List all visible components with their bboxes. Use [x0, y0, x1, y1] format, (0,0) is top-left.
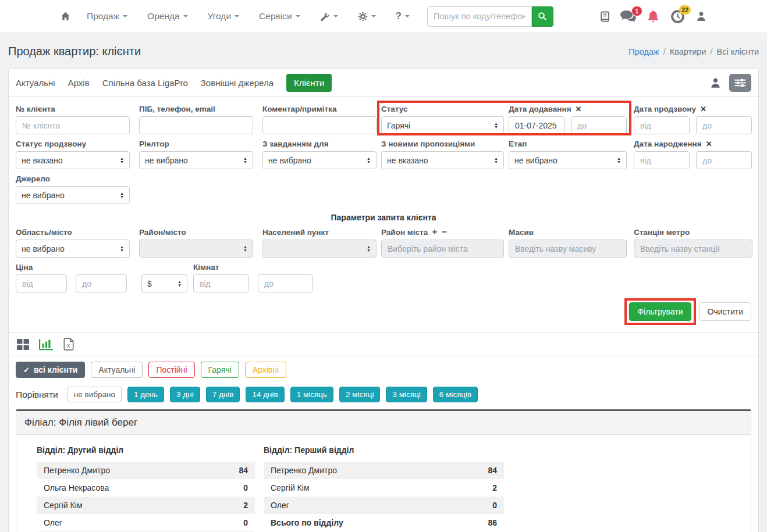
navbar-right-icons: 1 22: [601, 9, 706, 24]
chip-permanent[interactable]: Постійні: [148, 362, 194, 378]
chip-archived[interactable]: Архівні: [245, 362, 286, 378]
field-with-new-offers: З новими пропозиціями не вказано▲▼: [381, 139, 504, 169]
menu-orenda[interactable]: Оренда: [147, 11, 188, 22]
birth-date-to-input[interactable]: [696, 151, 752, 169]
contact-input[interactable]: [139, 116, 253, 134]
home-icon[interactable]: [61, 12, 70, 21]
user-profile-icon[interactable]: [696, 11, 706, 22]
birth-date-from-input[interactable]: [634, 151, 690, 169]
compare-2-months-button[interactable]: 2 місяці: [339, 387, 380, 402]
price-from-input[interactable]: [16, 274, 67, 292]
rooms-from-input[interactable]: [193, 274, 249, 292]
select-caret-icon: ▲▼: [120, 157, 124, 163]
table-row: Олег0: [264, 497, 504, 514]
price-to-input[interactable]: [76, 274, 127, 292]
compare-1-day-button[interactable]: 1 день: [127, 387, 164, 402]
tasks-badge: 22: [679, 5, 691, 15]
select-caret-icon: ▲▼: [120, 245, 124, 252]
client-no-label: № клієнта: [16, 104, 130, 113]
compare-6-months-button[interactable]: 6 місяців: [433, 387, 478, 402]
menu-servisy[interactable]: Сервіси: [259, 11, 300, 22]
rooms-to-input[interactable]: [258, 274, 313, 292]
chart-view-icon[interactable]: [39, 338, 54, 351]
clear-birth-date-icon[interactable]: ✕: [706, 140, 712, 148]
menu-tools[interactable]: [320, 12, 338, 22]
department-total-label: Всього по відділу: [271, 518, 343, 527]
compare-7-days-button[interactable]: 7 днів: [206, 387, 240, 402]
date-added-from-input[interactable]: [509, 116, 564, 134]
chip-actual[interactable]: Актуальні: [91, 362, 143, 378]
field-metro: Станція метро: [634, 227, 752, 258]
chevron-down-icon: [235, 15, 239, 20]
source-select-value: не вибрано: [22, 191, 65, 200]
compare-row: Порівняти не вибрано 1 день 3 дні 7 днів…: [9, 383, 758, 409]
agent-count: 0: [492, 501, 497, 510]
filter-form: № клієнта ПІБ, телефон, email Коментар/п…: [9, 97, 758, 332]
call-status-select[interactable]: не вказано▲▼: [16, 151, 130, 169]
tab-kliienty-active[interactable]: Клієнти: [286, 74, 332, 92]
person-icon[interactable]: [710, 77, 721, 88]
region-select[interactable]: не вибрано▲▼: [16, 240, 130, 258]
breadcrumb-separator: /: [710, 47, 712, 56]
tab-aktualni[interactable]: Актуальні: [16, 78, 55, 88]
compare-1-month-button[interactable]: 1 місяць: [290, 387, 333, 402]
menu-settings[interactable]: [358, 12, 376, 22]
clear-date-added-icon[interactable]: ✕: [576, 105, 582, 113]
table-row: Сергій Кім2: [37, 497, 255, 514]
status-select[interactable]: Гарячі▲▼: [381, 116, 504, 134]
comment-input[interactable]: [262, 116, 377, 134]
grid-view-icon[interactable]: [17, 339, 29, 350]
compare-14-days-button[interactable]: 14 днів: [246, 387, 284, 402]
source-select[interactable]: не вибрано▲▼: [16, 186, 130, 204]
compare-3-months-button[interactable]: 3 місяці: [386, 387, 427, 402]
remove-district-icon[interactable]: −: [442, 227, 447, 237]
chip-hot[interactable]: Гарячі: [201, 362, 239, 378]
select-caret-icon: ▲▼: [243, 245, 247, 252]
notifications-bell-icon[interactable]: [647, 10, 659, 23]
menu-ugody[interactable]: Угоди: [208, 11, 239, 22]
realtor-select[interactable]: не вибрано▲▼: [139, 151, 253, 169]
branch-title: Філіал: Філія лівий берег: [16, 411, 751, 435]
breadcrumb: Продаж/Квартири/Всі клієнти: [628, 47, 759, 56]
branch-stats-card: Філіал: Філія лівий берег Відділ: Другий…: [16, 409, 751, 532]
date-added-to-input[interactable]: [571, 116, 627, 134]
date-call-to-input[interactable]: [696, 116, 752, 134]
agent-count: 84: [239, 466, 248, 475]
tab-spilna-baza[interactable]: Спільна база LigaPro: [102, 78, 188, 88]
tasks-clock-icon[interactable]: 22: [670, 9, 685, 24]
compare-3-days-button[interactable]: 3 дні: [170, 387, 200, 402]
add-district-icon[interactable]: +: [432, 227, 437, 237]
field-rooms-from: Кімнат: [193, 262, 249, 292]
menu-help[interactable]: ?: [396, 10, 410, 22]
field-price-to: [76, 262, 127, 292]
with-new-offers-label: З новими пропозиціями: [381, 139, 504, 148]
filter-row-4: Область/місто не вибрано▲▼ Район/місто ▲…: [16, 227, 751, 258]
messages-icon[interactable]: 1: [620, 10, 636, 23]
svg-text:x: x: [67, 342, 70, 349]
clear-button[interactable]: Очистити: [699, 302, 751, 321]
agent-name: Сергій Кім: [44, 501, 83, 510]
filter-settings-button[interactable]: [729, 74, 751, 92]
menu-prodazh[interactable]: Продаж: [87, 11, 127, 22]
clear-date-call-icon[interactable]: ✕: [700, 105, 706, 113]
journal-icon[interactable]: [601, 11, 609, 22]
tab-zovnishni-dzherela[interactable]: Зовнішні джерела: [201, 78, 274, 88]
with-new-offers-select[interactable]: не вказано▲▼: [381, 151, 504, 169]
client-no-input[interactable]: [16, 116, 130, 134]
filter-button[interactable]: Фільтрувати: [629, 302, 691, 321]
chip-all-clients[interactable]: всі клієнти: [16, 362, 85, 378]
currency-select[interactable]: $▲▼: [141, 274, 187, 292]
breadcrumb-link-prodazh[interactable]: Продаж: [628, 47, 659, 56]
field-comment: Коментар/примітка: [262, 104, 377, 134]
search-button[interactable]: [532, 6, 553, 27]
department-total-value: 86: [488, 518, 497, 527]
search-input[interactable]: [427, 6, 532, 27]
stage-select[interactable]: не вибрано▲▼: [509, 151, 627, 169]
excel-export-icon[interactable]: x: [63, 338, 74, 351]
date-call-from-input[interactable]: [634, 116, 690, 134]
tab-arkhiv[interactable]: Архів: [68, 78, 90, 88]
compare-none-button[interactable]: не вибрано: [68, 387, 122, 402]
table-row: Олег0: [37, 514, 255, 531]
search-icon: [538, 12, 547, 21]
with-task-for-select[interactable]: не вибрано▲▼: [262, 151, 377, 169]
